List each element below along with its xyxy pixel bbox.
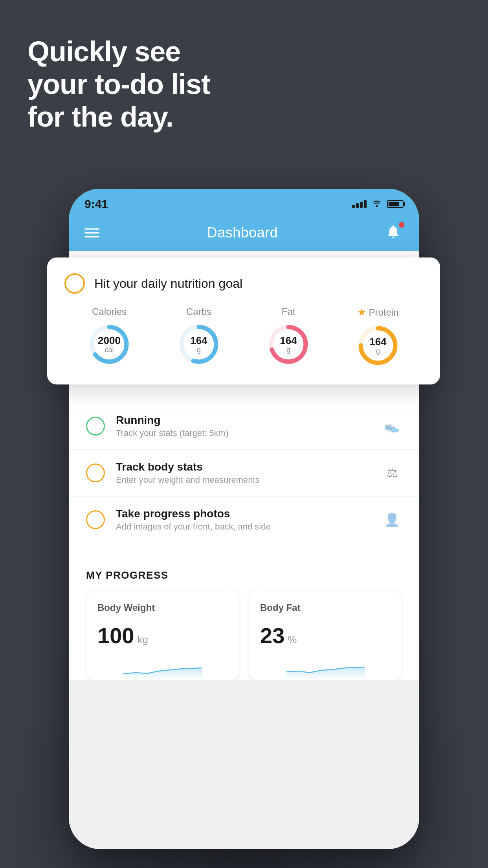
- body-fat-card[interactable]: Body Fat 23 %: [249, 591, 402, 680]
- svg-marker-0: [123, 668, 202, 680]
- wifi-icon: [371, 199, 382, 210]
- fat-label: Fat: [282, 306, 295, 317]
- macro-protein: ★ Protein 164 g: [356, 306, 400, 367]
- macro-circles: Calories 2000 cal Carbs: [64, 306, 423, 367]
- status-bar: 9:41: [69, 189, 419, 216]
- hero-text: Quickly see your to-do list for the day.: [28, 35, 210, 133]
- carbs-value: 164: [190, 335, 207, 346]
- carbs-unit: g: [190, 346, 207, 354]
- todo-circle-body-stats: [86, 463, 105, 482]
- fat-unit: g: [280, 346, 297, 354]
- todo-subtitle-photos: Add images of your front, back, and side: [116, 522, 371, 532]
- signal-bars-icon: [352, 200, 367, 208]
- calories-donut: 2000 cal: [88, 323, 131, 366]
- body-weight-sparkline: [97, 656, 228, 680]
- body-weight-unit: kg: [137, 634, 148, 646]
- todo-subtitle-running: Track your stats (target: 5km): [116, 428, 371, 438]
- body-fat-sparkline: [260, 656, 391, 680]
- nav-title: Dashboard: [207, 224, 278, 241]
- star-icon: ★: [357, 306, 366, 318]
- notification-dot: [399, 222, 404, 228]
- todo-item-running[interactable]: Running Track your stats (target: 5km) 👟: [69, 403, 419, 450]
- todo-title-photos: Take progress photos: [116, 508, 371, 520]
- hero-line3: for the day.: [28, 101, 210, 133]
- progress-cards: Body Weight 100 kg Bod: [86, 591, 402, 680]
- protein-donut: 164 g: [356, 324, 400, 367]
- svg-marker-1: [286, 667, 365, 680]
- todo-title-body-stats: Track body stats: [116, 461, 371, 473]
- fat-value: 164: [280, 335, 297, 346]
- nutrition-card-header: Hit your daily nutrition goal: [64, 273, 423, 294]
- progress-header: MY PROGRESS: [86, 555, 402, 591]
- carbs-label: Carbs: [186, 306, 211, 317]
- macro-calories: Calories 2000 cal: [88, 306, 131, 366]
- body-fat-title: Body Fat: [260, 602, 391, 613]
- calories-value: 2000: [98, 335, 121, 346]
- fat-donut: 164 g: [267, 323, 310, 366]
- protein-label: ★ Protein: [357, 306, 398, 318]
- nav-bar: Dashboard: [69, 216, 419, 251]
- hamburger-menu[interactable]: [84, 228, 99, 237]
- todo-circle-running: [86, 417, 105, 436]
- protein-unit: g: [369, 347, 386, 355]
- carbs-donut: 164 g: [177, 323, 220, 366]
- todo-list: Running Track your stats (target: 5km) 👟…: [69, 403, 419, 543]
- macro-fat: Fat 164 g: [267, 306, 310, 366]
- macro-carbs: Carbs 164 g: [177, 306, 220, 366]
- nutrition-title: Hit your daily nutrition goal: [94, 276, 242, 291]
- hero-line2: your to-do list: [28, 68, 210, 101]
- todo-subtitle-body-stats: Enter your weight and measurements: [116, 475, 371, 485]
- todo-item-body-stats[interactable]: Track body stats Enter your weight and m…: [69, 450, 419, 497]
- nutrition-circle-button[interactable]: [64, 273, 85, 294]
- running-icon: 👟: [382, 416, 402, 436]
- calories-unit: cal: [98, 346, 121, 354]
- protein-value: 164: [369, 336, 386, 348]
- hero-line1: Quickly see: [28, 35, 210, 68]
- body-weight-value: 100: [97, 623, 134, 648]
- progress-section: MY PROGRESS Body Weight 100 kg: [69, 555, 419, 680]
- nutrition-card[interactable]: Hit your daily nutrition goal Calories 2…: [47, 257, 440, 384]
- todo-item-photos[interactable]: Take progress photos Add images of your …: [69, 497, 419, 543]
- calories-label: Calories: [92, 306, 127, 317]
- todo-title-running: Running: [116, 414, 371, 427]
- body-fat-unit: %: [288, 634, 297, 646]
- scale-icon: ⚖: [382, 463, 402, 483]
- body-fat-value: 23: [260, 623, 284, 648]
- battery-icon: [387, 200, 404, 208]
- status-time: 9:41: [84, 197, 108, 211]
- notification-bell-icon[interactable]: [385, 224, 404, 242]
- body-weight-card[interactable]: Body Weight 100 kg: [86, 591, 239, 680]
- photo-icon: 👤: [382, 510, 402, 530]
- body-weight-title: Body Weight: [97, 602, 228, 613]
- status-icons: [352, 199, 404, 210]
- todo-circle-photos: [86, 510, 105, 529]
